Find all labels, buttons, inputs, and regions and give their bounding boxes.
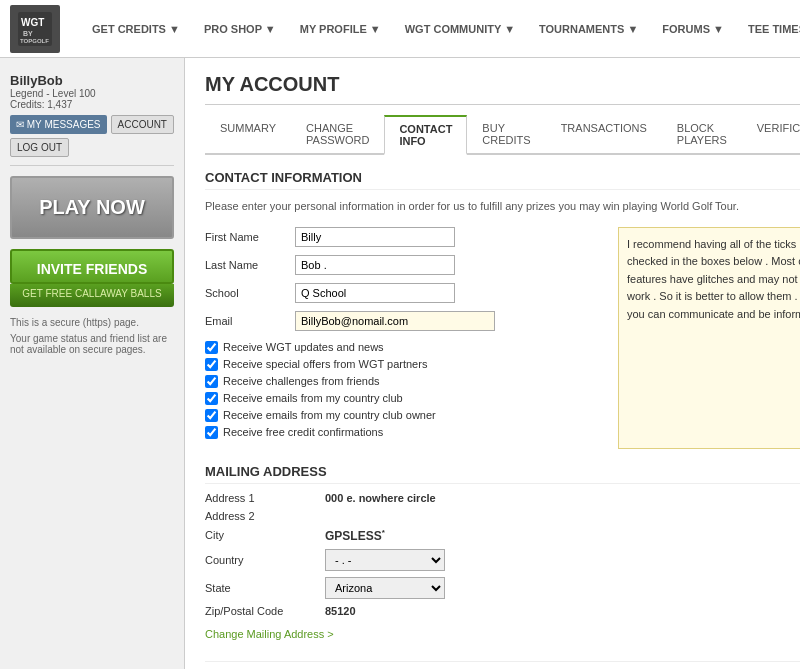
checkbox-free-credits[interactable]	[205, 426, 218, 439]
checkbox-row-0: Receive WGT updates and news	[205, 341, 598, 354]
state-row: State Arizona	[205, 577, 800, 599]
checkbox-label-4: Receive emails from my country club owne…	[223, 409, 436, 421]
secure-note: This is a secure (https) page.	[10, 317, 174, 328]
school-label: School	[205, 287, 295, 299]
main-nav: GET CREDITS ▼ PRO SHOP ▼ MY PROFILE ▼ WG…	[80, 18, 800, 40]
change-mailing-address-link[interactable]: Change Mailing Address >	[205, 628, 334, 640]
checkbox-country-club-emails[interactable]	[205, 392, 218, 405]
mailing-section-title: MAILING ADDRESS	[205, 464, 800, 484]
user-info: BillyBob Legend - Level 100 Credits: 1,4…	[10, 68, 174, 166]
zip-row: Zip/Postal Code 85120	[205, 605, 800, 617]
last-name-input[interactable]	[295, 255, 455, 275]
country-select[interactable]: - . -	[325, 549, 445, 571]
email-row: Email	[205, 311, 598, 331]
contact-section-title: CONTACT INFORMATION	[205, 170, 800, 190]
main-layout: BillyBob Legend - Level 100 Credits: 1,4…	[0, 58, 800, 669]
tournaments-arrow-icon: ▼	[627, 23, 638, 35]
address1-value: 000 e. nowhere circle	[325, 492, 436, 504]
first-name-label: First Name	[205, 231, 295, 243]
first-name-row: First Name	[205, 227, 598, 247]
get-credits-arrow-icon: ▼	[169, 23, 180, 35]
user-credits: Credits: 1,437	[10, 99, 174, 110]
tab-change-password[interactable]: CHANGE PASSWORD	[291, 115, 384, 153]
city-label: City	[205, 529, 325, 541]
checkbox-label-3: Receive emails from my country club	[223, 392, 403, 404]
tab-buy-credits[interactable]: BUY CREDITS	[467, 115, 545, 153]
form-buttons: UPDATE CANCEL	[205, 661, 800, 670]
invite-friends-sub: GET FREE CALLAWAY BALLS	[10, 284, 174, 307]
email-input[interactable]	[295, 311, 495, 331]
checkbox-label-0: Receive WGT updates and news	[223, 341, 384, 353]
nav-my-profile[interactable]: MY PROFILE ▼	[288, 18, 393, 40]
checkbox-group: Receive WGT updates and news Receive spe…	[205, 341, 598, 439]
my-profile-arrow-icon: ▼	[370, 23, 381, 35]
nav-get-credits[interactable]: GET CREDITS ▼	[80, 18, 192, 40]
svg-text:TOPGOLF: TOPGOLF	[20, 38, 49, 44]
first-name-input[interactable]	[295, 227, 455, 247]
contact-form-area: First Name Last Name School Email	[205, 227, 800, 449]
play-now-button[interactable]: PLAY NOW	[10, 176, 174, 239]
contact-form-fields: First Name Last Name School Email	[205, 227, 598, 449]
contact-section-desc: Please enter your personal information i…	[205, 198, 800, 215]
nav-tournaments[interactable]: TOURNAMENTS ▼	[527, 18, 650, 40]
city-value: GPSLESS*	[325, 528, 385, 543]
zip-value: 85120	[325, 605, 356, 617]
zip-label: Zip/Postal Code	[205, 605, 325, 617]
tab-contact-info[interactable]: CONTACT INFO	[384, 115, 467, 155]
checkbox-row-1: Receive special offers from WGT partners	[205, 358, 598, 371]
user-actions: ✉ MY MESSAGES ACCOUNT LOG OUT	[10, 115, 174, 157]
tab-transactions[interactable]: TRANSACTIONS	[546, 115, 662, 153]
account-tabs: SUMMARY CHANGE PASSWORD CONTACT INFO BUY…	[205, 115, 800, 155]
svg-text:BY: BY	[23, 30, 33, 37]
tab-summary[interactable]: SUMMARY	[205, 115, 291, 153]
checkbox-label-5: Receive free credit confirmations	[223, 426, 383, 438]
address2-row: Address 2	[205, 510, 800, 522]
checkbox-label-1: Receive special offers from WGT partners	[223, 358, 427, 370]
checkbox-challenges[interactable]	[205, 375, 218, 388]
checkbox-row-2: Receive challenges from friends	[205, 375, 598, 388]
checkbox-label-2: Receive challenges from friends	[223, 375, 380, 387]
school-input[interactable]	[295, 283, 455, 303]
checkbox-special-offers[interactable]	[205, 358, 218, 371]
forums-arrow-icon: ▼	[713, 23, 724, 35]
page-title: MY ACCOUNT	[205, 73, 800, 105]
email-label: Email	[205, 315, 295, 327]
mailing-address-section: MAILING ADDRESS Address 1 000 e. nowhere…	[205, 464, 800, 641]
checkbox-row-4: Receive emails from my country club owne…	[205, 409, 598, 422]
header: WGT BY TOPGOLF GET CREDITS ▼ PRO SHOP ▼ …	[0, 0, 800, 58]
wgt-community-arrow-icon: ▼	[504, 23, 515, 35]
country-label: Country	[205, 554, 325, 566]
my-messages-button[interactable]: ✉ MY MESSAGES	[10, 115, 107, 134]
state-select[interactable]: Arizona	[325, 577, 445, 599]
account-button[interactable]: ACCOUNT	[111, 115, 174, 134]
address2-label: Address 2	[205, 510, 325, 522]
tab-block-players[interactable]: BLOCK PLAYERS	[662, 115, 742, 153]
username: BillyBob	[10, 73, 174, 88]
wgt-logo-icon: WGT BY TOPGOLF	[10, 5, 60, 53]
game-note: Your game status and friend list are not…	[10, 333, 174, 355]
pro-shop-arrow-icon: ▼	[265, 23, 276, 35]
checkbox-row-3: Receive emails from my country club	[205, 392, 598, 405]
logout-button[interactable]: LOG OUT	[10, 138, 69, 157]
user-level: Legend - Level 100	[10, 88, 174, 99]
country-row: Country - . -	[205, 549, 800, 571]
checkbox-wgt-updates[interactable]	[205, 341, 218, 354]
address1-label: Address 1	[205, 492, 325, 504]
nav-pro-shop[interactable]: PRO SHOP ▼	[192, 18, 288, 40]
sidebar: BillyBob Legend - Level 100 Credits: 1,4…	[0, 58, 185, 669]
svg-text:WGT: WGT	[21, 17, 44, 28]
last-name-label: Last Name	[205, 259, 295, 271]
last-name-row: Last Name	[205, 255, 598, 275]
state-label: State	[205, 582, 325, 594]
logo-area: WGT BY TOPGOLF	[10, 5, 60, 53]
tip-box: I recommend having all of the ticks chec…	[618, 227, 800, 449]
contact-information-section: CONTACT INFORMATION Please enter your pe…	[205, 170, 800, 449]
invite-friends-button[interactable]: INVITE FRIENDS	[10, 249, 174, 284]
school-row: School	[205, 283, 598, 303]
main-content: MY ACCOUNT SUMMARY CHANGE PASSWORD CONTA…	[185, 58, 800, 669]
nav-tee-times[interactable]: TEE TIMES	[736, 18, 800, 40]
nav-forums[interactable]: FORUMS ▼	[650, 18, 736, 40]
tab-verification[interactable]: VERIFICATION	[742, 115, 800, 153]
checkbox-country-club-owner-emails[interactable]	[205, 409, 218, 422]
nav-wgt-community[interactable]: WGT COMMUNITY ▼	[393, 18, 527, 40]
